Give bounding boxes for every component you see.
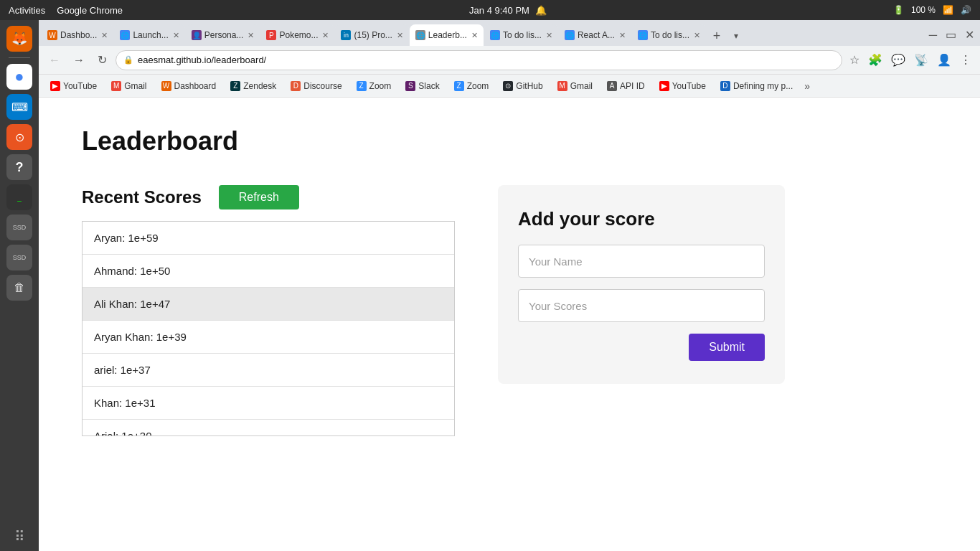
battery-icon: 🔋: [893, 5, 904, 15]
sound-icon: 🔊: [961, 5, 971, 15]
os-topbar: Activities Google Chrome Jan 4 9:40 PM 🔔…: [0, 0, 980, 20]
app-name-label: Google Chrome: [57, 5, 123, 16]
activities-label[interactable]: Activities: [9, 5, 45, 16]
battery-label: 100 %: [911, 5, 936, 15]
datetime-label: Jan 4 9:40 PM: [469, 5, 529, 16]
network-icon: 📶: [943, 5, 953, 15]
bell-icon[interactable]: 🔔: [535, 5, 547, 16]
